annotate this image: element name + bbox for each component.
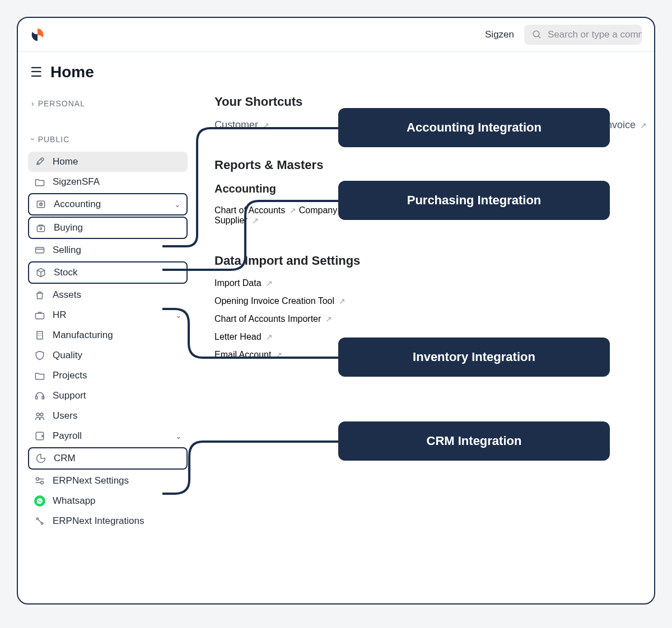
chevron-down-icon: ⌄ [174, 200, 181, 209]
sidebar-item-payroll[interactable]: Payroll⌄ [28, 426, 188, 446]
link-supplier[interactable]: Supplier↗ [214, 215, 259, 225]
topbar: Sigzen Search or type a command [18, 18, 654, 52]
svg-rect-5 [37, 226, 44, 232]
sidebar-item-crm[interactable]: CRM [28, 447, 188, 470]
page-title: Home [50, 63, 94, 81]
arrow-icon: ↗ [266, 279, 273, 288]
sidebar-item-accounting[interactable]: Accounting⌄ [28, 193, 188, 215]
link-email-account[interactable]: Email Account↗ [214, 350, 655, 360]
sidebar-item-label: Manufacturing [53, 330, 113, 341]
link-coa-importer[interactable]: Chart of Accounts Importer↗ [214, 314, 655, 324]
cart-icon [35, 222, 47, 234]
link-opening-invoice[interactable]: Opening Invoice Creation Tool↗ [214, 296, 655, 306]
arrow-icon: ↗ [263, 121, 269, 130]
tool-icon [34, 156, 46, 168]
sidebar-item-whatsapp[interactable]: Whatsapp [28, 491, 188, 511]
sidebar-section-public[interactable]: › PUBLIC [28, 130, 188, 152]
safe-icon [35, 198, 47, 210]
org-name[interactable]: Sigzen [485, 29, 514, 40]
arrow-icon: ↗ [542, 206, 549, 215]
svg-line-1 [538, 36, 540, 38]
svg-rect-9 [36, 313, 44, 319]
link-company[interactable]: Company↗ [299, 205, 348, 215]
arrow-icon: ↗ [342, 206, 348, 215]
menu-icon[interactable]: ☰ [30, 65, 43, 79]
sidebar-item-buying[interactable]: Buying [28, 217, 188, 239]
sidebar: ☰ Home › PERSONAL › PUBLIC HomeSigzenSFA… [18, 52, 194, 542]
link-import-data[interactable]: Import Data↗ [214, 278, 655, 288]
building-icon [34, 329, 46, 341]
arrow-icon: ↗ [438, 121, 445, 130]
svg-rect-18 [42, 396, 44, 399]
sidebar-item-label: ERPNext Settings [53, 475, 129, 486]
sidebar-item-label: Projects [53, 370, 87, 381]
sidebar-item-manufacturing[interactable]: Manufacturing [28, 325, 188, 345]
svg-point-0 [533, 31, 539, 37]
svg-point-6 [40, 228, 41, 229]
sidebar-item-sigzensfa[interactable]: SigzenSFA [28, 172, 188, 192]
sidebar-item-label: Buying [54, 222, 83, 233]
svg-rect-7 [36, 247, 44, 253]
arrow-icon: ↗ [580, 206, 586, 215]
bag-icon [34, 289, 46, 301]
users-icon [34, 410, 46, 422]
headset-icon [34, 390, 46, 402]
svg-rect-17 [36, 396, 38, 399]
link-item[interactable]: Item↗ [461, 205, 489, 215]
arrow-icon: ↗ [339, 297, 346, 306]
sidebar-item-label: Quality [53, 350, 82, 361]
sidebar-item-selling[interactable]: Selling [28, 240, 188, 260]
chevron-right-icon: › [31, 99, 35, 108]
folder2-icon [34, 369, 46, 382]
svg-point-20 [40, 413, 43, 416]
sidebar-item-erpnext-integrations[interactable]: ERPNext Integrations [28, 511, 188, 531]
chevron-down-icon: ⌄ [175, 432, 182, 440]
sidebar-item-users[interactable]: Users [28, 406, 188, 426]
arrow-icon: ↗ [276, 350, 282, 359]
sidebar-item-quality[interactable]: Quality [28, 345, 188, 365]
sidebar-item-projects[interactable]: Projects [28, 365, 188, 386]
link-letter-head[interactable]: Letter Head↗ [214, 332, 655, 342]
sidebar-personal-label: PERSONAL [38, 99, 85, 108]
sidebar-section-personal[interactable]: › PERSONAL [28, 95, 188, 116]
sidebar-item-hr[interactable]: HR⌄ [28, 305, 188, 325]
sidebar-item-label: HR [53, 310, 67, 321]
arrow-icon: ↗ [483, 206, 489, 215]
reports-title: Reports & Masters [214, 158, 655, 172]
arrow-icon: ↗ [290, 206, 296, 215]
arrow-icon: ↗ [252, 216, 259, 225]
shortcut-supplier[interactable]: Supplier↗ [396, 119, 576, 131]
integration-icon [34, 515, 46, 527]
shortcut-sales-invoice[interactable]: Sales Invoice↗ [576, 119, 647, 131]
sidebar-item-label: Accounting [54, 199, 101, 210]
import-title: Data Import and Settings [214, 254, 655, 268]
box-icon [35, 266, 47, 279]
shortcut-customer[interactable]: Customer↗ [214, 119, 396, 131]
search-input[interactable]: Search or type a command [524, 25, 642, 45]
search-icon [532, 30, 542, 40]
shield-icon [34, 349, 46, 362]
link-customer[interactable]: Customer↗ [351, 205, 401, 215]
accounting-col-title: Accounting [214, 182, 416, 195]
chevron-down-icon: › [29, 138, 38, 141]
app-frame: Sigzen Search or type a command ☰ Home ›… [17, 17, 655, 604]
whatsapp-icon [34, 495, 46, 507]
sidebar-item-label: Assets [53, 289, 81, 301]
sidebar-item-label: Support [53, 390, 86, 401]
sidebar-item-label: Users [53, 410, 77, 421]
sidebar-item-assets[interactable]: Assets [28, 285, 188, 305]
link-chart-of-accounts[interactable]: Chart of Accounts↗ [214, 205, 296, 215]
sidebar-item-support[interactable]: Support [28, 386, 188, 406]
sidebar-item-label: ERPNext Integrations [53, 515, 144, 527]
link-brand[interactable]: Brand↗ [551, 205, 586, 215]
sidebar-item-erpnext-settings[interactable]: ERPNext Settings [28, 471, 188, 491]
search-placeholder: Search or type a command [548, 29, 642, 40]
card-icon [34, 244, 46, 256]
sidebar-item-home[interactable]: Home [28, 152, 188, 172]
sidebar-nav-list: HomeSigzenSFAAccounting⌄BuyingSellingSto… [28, 152, 188, 531]
sidebar-item-stock[interactable]: Stock [28, 261, 188, 284]
arrow-icon: ↗ [266, 332, 273, 341]
sidebar-item-label: Whatsapp [53, 495, 96, 507]
stock-col-title: Stock [461, 182, 655, 195]
link-warehouse[interactable]: Warehouse↗ [492, 205, 549, 215]
